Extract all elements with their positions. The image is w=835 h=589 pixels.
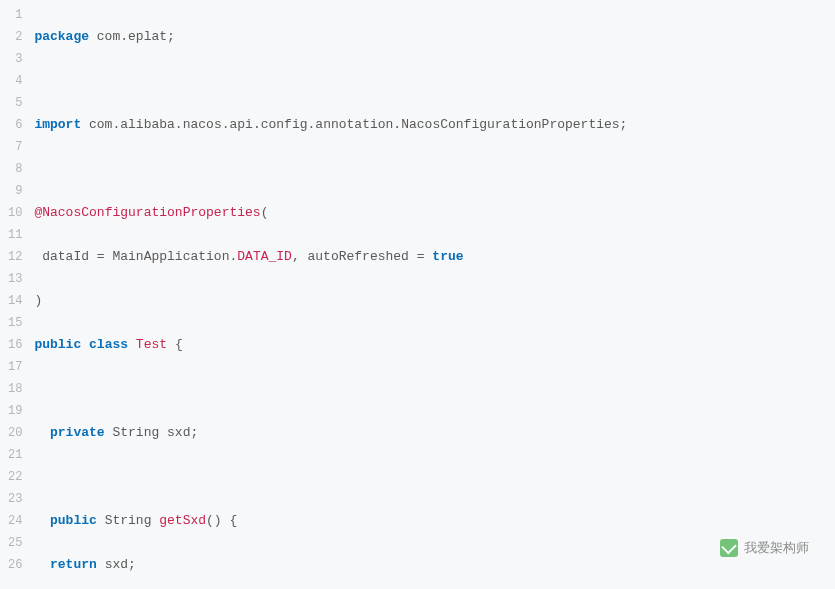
- line-number-gutter: 1234567891011121314151617181920212223242…: [0, 4, 34, 589]
- line-number: 19: [0, 400, 26, 422]
- line-number: 9: [0, 180, 26, 202]
- code-line: [34, 158, 835, 180]
- wechat-icon: [720, 539, 738, 557]
- code-block: 1234567891011121314151617181920212223242…: [0, 0, 835, 589]
- line-number: 15: [0, 312, 26, 334]
- code-line: ): [34, 290, 835, 312]
- code-line: public class Test {: [34, 334, 835, 356]
- line-number: 6: [0, 114, 26, 136]
- line-number: 26: [0, 554, 26, 576]
- line-number: 20: [0, 422, 26, 444]
- code-line: dataId = MainApplication.DATA_ID, autoRe…: [34, 246, 835, 268]
- code-line: import com.alibaba.nacos.api.config.anno…: [34, 114, 835, 136]
- line-number: 12: [0, 246, 26, 268]
- line-number: 7: [0, 136, 26, 158]
- line-number: 17: [0, 356, 26, 378]
- line-number: 5: [0, 92, 26, 114]
- code-line: [34, 466, 835, 488]
- line-number: 8: [0, 158, 26, 180]
- code-line: [34, 70, 835, 92]
- line-number: 24: [0, 510, 26, 532]
- line-number: 18: [0, 378, 26, 400]
- code-content: package com.eplat; import com.alibaba.na…: [34, 4, 835, 589]
- line-number: 1: [0, 4, 26, 26]
- code-line: private String sxd;: [34, 422, 835, 444]
- code-line: [34, 378, 835, 400]
- line-number: 14: [0, 290, 26, 312]
- line-number: 13: [0, 268, 26, 290]
- line-number: 3: [0, 48, 26, 70]
- line-number: 4: [0, 70, 26, 92]
- code-line: public String getSxd() {: [34, 510, 835, 532]
- line-number: 21: [0, 444, 26, 466]
- watermark: 我爱架构师: [720, 539, 809, 557]
- line-number: 25: [0, 532, 26, 554]
- code-line: return sxd;: [34, 554, 835, 576]
- line-number: 2: [0, 26, 26, 48]
- code-line: package com.eplat;: [34, 26, 835, 48]
- watermark-text: 我爱架构师: [744, 539, 809, 557]
- line-number: 23: [0, 488, 26, 510]
- line-number: 10: [0, 202, 26, 224]
- code-line: @NacosConfigurationProperties(: [34, 202, 835, 224]
- line-number: 16: [0, 334, 26, 356]
- line-number: 11: [0, 224, 26, 246]
- line-number: 22: [0, 466, 26, 488]
